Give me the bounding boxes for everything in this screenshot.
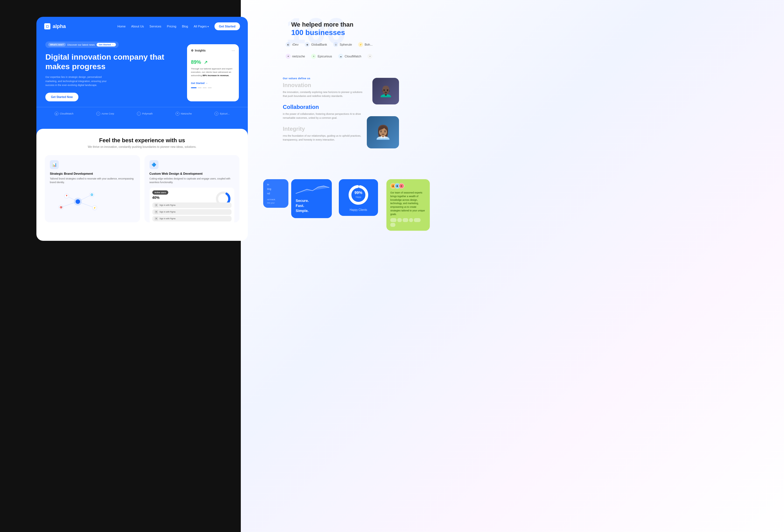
avatar-person-1: 👨🏿‍🦲 (372, 78, 399, 105)
svg-point-17 (350, 187, 367, 203)
partner-logos-row2: ✦ nietzsche ≡ Epicurious ☁ CloudWatch + (286, 54, 372, 59)
web-title: Custom Web Design & Development (149, 172, 235, 175)
track-label2: ting (267, 188, 284, 190)
nav-all-pages[interactable]: All Pages (194, 25, 209, 28)
hero-badge-cta[interactable]: Get Started → (96, 43, 116, 47)
signin-item-3[interactable]: ✦ Sign in with Figma (152, 216, 232, 222)
nav-about[interactable]: About Us (131, 25, 144, 28)
hero-title: Digital innovation company that makes pr… (45, 52, 181, 71)
hero-section: What's new? Discover our latest news Get… (36, 36, 248, 101)
service-card-brand: 📊 Strategic Brand Development Tailored b… (45, 155, 140, 222)
feel-section-subtitle: We thrive on innovation, constantly push… (45, 145, 240, 148)
brand-icon: 📊 (50, 160, 59, 169)
web-desc: Cutting-edge websites designed to captiv… (149, 177, 235, 184)
nav-blog[interactable]: Blog (182, 25, 188, 28)
bubble-1 (390, 218, 396, 222)
value-integrity-desc: rms the foundation of our relationships,… (283, 134, 367, 142)
nav-services[interactable]: Services (149, 25, 161, 28)
helped-title-container: 100 We helped more than 100 businesses (291, 21, 353, 37)
value-innovation-title: Innovation (283, 82, 367, 88)
logo-icon: ◻ (44, 23, 50, 29)
track-card: in ting nd nd track. into your (263, 179, 288, 208)
epicurious-icon: ≡ (311, 54, 316, 59)
plus-icon: + (367, 54, 372, 59)
signin-item-1[interactable]: ✦ Sign in with Figma (152, 202, 232, 208)
values-section: Our values define us Innovation the inno… (283, 77, 367, 147)
cloudwatch-icon: ☁ (55, 112, 58, 116)
speed-secure: Secure. (296, 198, 327, 203)
svg-point-5 (76, 199, 80, 204)
client-cloudwatch: ☁ CloudWatch (55, 112, 74, 116)
happy-clients-donut: 99% Happy (347, 184, 370, 206)
hero-cta-button[interactable]: Get Started Now (45, 93, 78, 101)
helped-title-line2: 100 businesses (291, 28, 353, 37)
insights-card: ⚙ Insights ··· 89% ↗ Through our tailore… (187, 44, 239, 101)
client-polymath: ○ Polymath (137, 112, 153, 116)
insights-menu[interactable]: ··· (231, 48, 235, 53)
value-innovation: Innovation the innovation, constantly ex… (283, 82, 367, 98)
line-chart-svg (296, 184, 329, 195)
bubble-3 (403, 218, 408, 222)
svg-text:Happy: Happy (356, 196, 362, 198)
track-desc: nd track. (267, 198, 284, 201)
track-label3: nd (267, 192, 284, 195)
hero-badge: What's new? Discover our latest news Get… (45, 41, 119, 48)
partner-plus: + (367, 54, 372, 59)
insights-title: ⚙ Insights (191, 49, 205, 52)
cloudwatch2-icon: ☁ (338, 54, 343, 59)
team-avatars: A B C (390, 183, 426, 189)
dot-2 (203, 87, 207, 88)
avatar-2-image: 👩🏽‍💼 (367, 116, 399, 148)
values-label: Our values define us (283, 77, 367, 80)
partner-boh: ⚡ Boh... (358, 42, 373, 47)
avatar-1-image: 👨🏿‍🦲 (372, 78, 399, 105)
nav-links: Home About Us Services Pricing Blog All … (117, 25, 208, 28)
active-badge: Active users (152, 190, 169, 195)
nav-home[interactable]: Home (117, 25, 125, 28)
network-svg: 📍 🌐 🎯 ⚡ (50, 188, 111, 216)
signin-items: ✦ Sign in with Figma ✦ Sign in with Figm… (152, 202, 232, 223)
partner-nietzsche: ✦ nietzsche (286, 54, 305, 59)
helped-title-line1: We helped more than (291, 21, 353, 28)
value-innovation-desc: the innovation, constantly exploring new… (283, 90, 367, 98)
hero-left: What's new? Discover our latest news Get… (45, 41, 181, 101)
svg-text:📍: 📍 (65, 195, 68, 197)
chart-percent-display: 40% (152, 195, 160, 201)
insights-link[interactable]: Get Started → (191, 82, 208, 85)
services-grid: 📊 Strategic Brand Development Tailored b… (45, 155, 240, 222)
bubble-6 (390, 223, 395, 227)
navigation: ◻ alpha Home About Us Services Pricing B… (36, 17, 248, 36)
clients-bar: ☁ CloudWatch + Acme Corp ○ Polymath ✦ Ni… (36, 107, 248, 120)
brand-title: Strategic Brand Development (50, 172, 135, 175)
helped-section: 100 We helped more than 100 businesses (291, 21, 353, 37)
speed-simple: Simple. (296, 208, 327, 213)
acme-icon: + (96, 112, 100, 116)
figma-icon-3: ✦ (155, 217, 158, 220)
chat-bubbles (390, 218, 426, 227)
partner-epicurious: ≡ Epicurious (311, 54, 332, 59)
client-nietzsche: ✦ Nietzsche (175, 112, 192, 116)
figma-icon-2: ✦ (155, 210, 158, 214)
happy-clients-card: 99% Happy Happy Clients (339, 179, 378, 216)
bubble-4 (409, 218, 413, 222)
nietzsche-icon: ✦ (175, 112, 179, 116)
svg-text:🌐: 🌐 (90, 193, 93, 196)
logo-text: alpha (53, 24, 66, 29)
figma-icon-1: ✦ (155, 203, 158, 207)
track-label: in (267, 183, 284, 186)
signin-item-2[interactable]: ✦ Sign in with Figma (152, 209, 232, 215)
nav-pricing[interactable]: Pricing (167, 25, 176, 28)
epicuri-icon: ≡ (215, 112, 218, 116)
speed-fast: Fast. (296, 203, 327, 208)
web-icon: 🔷 (149, 160, 159, 169)
partner-cloudwatch2: ☁ CloudWatch (338, 54, 362, 59)
logo[interactable]: ◻ alpha (44, 23, 66, 29)
insights-percent: 89% ↗ (191, 55, 235, 65)
chart-visual: Active users 40% ✦ Sign in with Figma (149, 188, 235, 223)
nav-cta-button[interactable]: Get Started (215, 22, 240, 30)
feel-section-title: Feel the best experience with us (45, 137, 240, 144)
dot-active (191, 87, 197, 88)
client-epicuri: ≡ Epicuri... (215, 112, 230, 116)
boh-icon: ⚡ (358, 42, 363, 47)
svg-text:99%: 99% (355, 190, 363, 195)
